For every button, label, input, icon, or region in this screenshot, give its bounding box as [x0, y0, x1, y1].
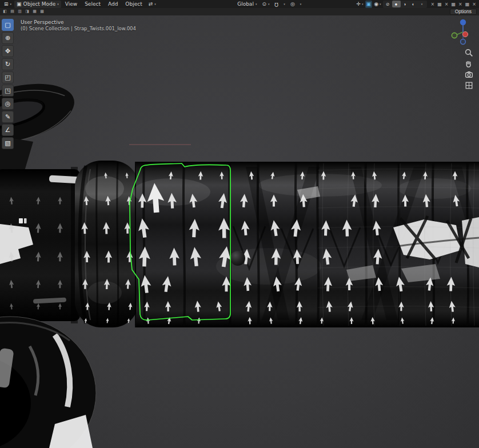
editor-type-button[interactable]: ⊞ ▾ [2, 1, 14, 8]
cursor-icon: ⊕ [5, 34, 10, 42]
menu-select[interactable]: Select [81, 0, 104, 8]
magnet-icon: Ω [274, 2, 278, 7]
options-button[interactable]: Options [450, 9, 477, 15]
chevron-down-icon: ▾ [300, 3, 302, 6]
header-mini-icon[interactable]: ▤ [10, 10, 15, 14]
xray-icon: ▣ [366, 2, 372, 7]
pan-button[interactable] [464, 59, 474, 69]
tool-scale-cage[interactable]: ◳ [2, 85, 14, 97]
select-box-icon: ▢ [5, 21, 10, 29]
transform-icon: ◎ [5, 100, 11, 107]
magnifier-icon [464, 48, 474, 58]
tool-annotate[interactable]: ✎ [2, 111, 14, 123]
header-mini-icon[interactable]: ▦ [32, 10, 37, 14]
proportional-editing-icon: ◎ [290, 2, 295, 7]
pivot-point-icon: ⊙ [262, 2, 266, 7]
sphere-object[interactable] [230, 251, 245, 266]
solid-shading-icon: ● [395, 2, 398, 7]
tool-move[interactable]: ✥ [2, 45, 14, 57]
tool-scale[interactable]: ◰ [2, 71, 14, 83]
proportional-editing-toggle[interactable]: ◎ [288, 1, 297, 8]
material-preview-icon: ◑ [404, 2, 406, 7]
camera-icon [464, 70, 474, 79]
grid-icon[interactable]: ▦ [437, 2, 442, 7]
pivot-point-dropdown[interactable]: ⊙ ▾ [260, 1, 272, 8]
header-extra-icons: × ▦ × ▦ × ▦ × [431, 2, 477, 7]
chevron-down-icon: ▾ [284, 3, 285, 6]
clip-marker-icon [19, 218, 27, 223]
chevron-down-icon: ▾ [10, 3, 12, 6]
mode-selector[interactable]: ▣ Object Mode ▾ [14, 1, 61, 8]
snap-magnet-toggle[interactable]: Ω [272, 1, 281, 8]
gizmo-axis-y[interactable] [452, 33, 457, 38]
tool-add-cube[interactable]: ▧ [2, 137, 14, 149]
transfer-mode-icon: ⇄ [149, 2, 153, 7]
annotate-icon: ✎ [5, 113, 10, 121]
mode-transfer-button[interactable]: ⇄ ▾ [146, 1, 158, 8]
gizmo-axis-z[interactable] [460, 19, 466, 25]
chevron-down-icon: ▾ [268, 3, 270, 6]
header-mini-icon[interactable]: ◨ [25, 10, 30, 14]
strap-object[interactable] [133, 162, 479, 327]
blender-window: ⊞ ▾ ▣ Object Mode ▾ View Select Add Obje… [0, 0, 479, 448]
viewport-header: ⊞ ▾ ▣ Object Mode ▾ View Select Add Obje… [0, 0, 479, 8]
show-overlays-dropdown[interactable]: ◉ ▾ [373, 1, 382, 8]
gizmo-axis-x[interactable] [462, 31, 468, 37]
camera-view-button[interactable] [464, 70, 474, 79]
header-mini-icon[interactable]: ◧ [2, 10, 7, 14]
tool-select-box[interactable]: ▢ [2, 19, 14, 31]
shading-solid-button[interactable]: ● [392, 1, 401, 7]
move-icon: ✥ [5, 47, 10, 55]
show-gizmos-dropdown[interactable]: ✛ ▾ [356, 1, 365, 8]
cross-icon[interactable]: × [445, 2, 449, 7]
orientation-label: Global [237, 1, 254, 7]
chevron-down-icon: ▾ [380, 3, 381, 6]
proportional-settings-dropdown[interactable]: ▾ [298, 1, 304, 8]
shading-settings-dropdown[interactable]: ▾ [418, 1, 426, 7]
viewport-overlay-text: User Perspective (0) Scene Collection | … [21, 19, 136, 32]
add-cube-icon: ▧ [5, 139, 10, 147]
end-cap[interactable] [75, 161, 139, 327]
hand-icon [464, 59, 474, 69]
grid-icon[interactable]: ▦ [451, 2, 456, 7]
cross-icon[interactable]: × [458, 2, 462, 7]
perspective-label: User Perspective [21, 19, 136, 26]
chevron-down-icon: ▾ [256, 3, 257, 6]
viewport-3d[interactable] [0, 0, 479, 448]
navigation-gizmo[interactable] [450, 18, 476, 45]
wireframe-icon: ⊘ [386, 2, 390, 7]
shading-wireframe-button[interactable]: ⊘ [384, 1, 392, 7]
toggle-perspective-button[interactable] [464, 81, 474, 90]
shading-rendered-button[interactable]: ◐ [409, 1, 418, 7]
tool-cursor[interactable]: ⊕ [2, 32, 14, 44]
tool-rotate[interactable]: ↻ [2, 58, 14, 70]
measure-icon: ∠ [5, 126, 11, 134]
header-mini-icon[interactable]: ▥ [17, 10, 22, 14]
cross-icon[interactable]: × [472, 2, 476, 7]
toggle-xray-button[interactable]: ▣ [365, 1, 373, 8]
shaft[interactable] [0, 167, 81, 323]
rotate-icon: ↻ [5, 61, 10, 68]
zoom-button[interactable] [464, 48, 474, 58]
tool-measure[interactable]: ∠ [2, 124, 14, 136]
overlays-icon: ◉ [374, 2, 378, 7]
chevron-down-icon: ▾ [57, 3, 59, 6]
shading-material-button[interactable]: ◑ [401, 1, 409, 7]
gizmo-axis-z-neg[interactable] [461, 39, 466, 45]
menu-add[interactable]: Add [105, 0, 121, 8]
tool-settings-bar: ◧ ▤ ▥ ◨ ▦ ▩ Options [0, 8, 479, 15]
editor-type-icon: ⊞ [4, 2, 9, 7]
scale-cage-icon: ◳ [5, 87, 10, 94]
chevron-down-icon: ▾ [362, 3, 364, 6]
menu-view[interactable]: View [62, 0, 81, 8]
grid-icon[interactable]: ▦ [465, 2, 470, 7]
header-mini-icon[interactable]: ▩ [39, 10, 45, 14]
cross-icon[interactable]: × [431, 2, 435, 7]
snap-settings-dropdown[interactable]: ▾ [281, 1, 288, 8]
transform-orientation-dropdown[interactable]: Global ▾ [235, 1, 259, 8]
chevron-down-icon: ▾ [421, 3, 423, 6]
shading-mode-group: ⊘ ● ◑ ◐ ▾ [383, 1, 427, 8]
object-mode-icon: ▣ [17, 2, 22, 7]
menu-object[interactable]: Object [122, 0, 145, 8]
tool-transform[interactable]: ◎ [2, 98, 14, 110]
